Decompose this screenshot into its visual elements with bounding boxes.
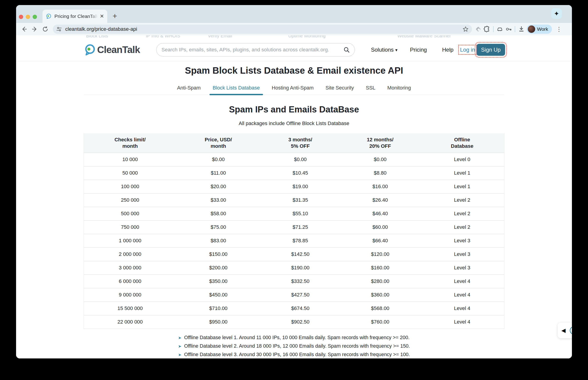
table-row: 500 000$58.00$55.10$46.40Level 2 — [84, 207, 504, 220]
ghost-nav-item: Uptime Monitoring — [288, 35, 325, 38]
nav-pricing[interactable]: Pricing — [410, 47, 427, 53]
table-row: 15 500 000$710.00$674.50$568.00Level 4 — [84, 302, 504, 315]
url-text[interactable]: cleantalk.org/price-database-api — [65, 26, 462, 32]
window-controls[interactable] — [19, 15, 37, 19]
chevron-down-icon: ▼ — [395, 48, 398, 52]
browser-tab[interactable]: Pricing for CleanTalk Spam Blo ✕ — [42, 10, 107, 23]
browser-menu-icon[interactable]: ⋮ — [554, 26, 564, 33]
cookie-consent-widget[interactable]: ◀ — [558, 323, 572, 338]
bookmark-star-icon[interactable] — [462, 26, 469, 32]
download-icon[interactable] — [518, 26, 525, 33]
tab-block-lists-database[interactable]: Block Lists Database — [213, 85, 260, 95]
extension-badge-icon[interactable] — [475, 26, 482, 33]
tab-monitoring[interactable]: Monitoring — [387, 85, 411, 95]
column-header: 12 months/20% OFF — [340, 136, 420, 149]
table-row: 22 000 000$950.00$902.50$760.00Level 4 — [84, 315, 504, 329]
tab-title: Pricing for CleanTalk Spam Blo — [54, 14, 99, 19]
collapse-left-icon[interactable]: ◀ — [561, 328, 566, 333]
address-bar[interactable]: cleantalk.org/price-database-api — [53, 25, 472, 34]
table-row: 2 000 000$150.00$142.50$120.00Level 3 — [84, 247, 504, 261]
avatar — [528, 25, 535, 33]
table-header-row: Checks limit/month Price, USD/month 3 mo… — [84, 133, 504, 152]
nav-help[interactable]: Help — [442, 47, 453, 53]
tab-ssl[interactable]: SSL — [366, 85, 376, 95]
section-subtitle: All packages include Offline Block Lists… — [16, 120, 572, 126]
profile-chip[interactable]: Work — [527, 25, 552, 34]
pricing-table: Checks limit/month Price, USD/month 3 mo… — [84, 133, 504, 329]
toolbar-divider — [493, 26, 494, 32]
footnote-item: ➤Offline Database level 3. Around 30 000… — [178, 352, 410, 358]
car-extension-icon[interactable] — [496, 26, 503, 33]
back-icon[interactable] — [19, 26, 29, 32]
profile-label: Work — [537, 26, 548, 32]
close-window-button[interactable] — [19, 15, 23, 19]
extensions-puzzle-icon[interactable] — [484, 26, 490, 33]
new-tab-button[interactable]: + — [113, 12, 117, 20]
footnote-item: ➤Offline Database level 1. Around 11 000… — [178, 335, 410, 341]
table-row: 3 000 000$200.00$190.00$160.00Level 3 — [84, 261, 504, 274]
section-title: Spam IPs and Emails DataBase — [16, 105, 572, 114]
footnote-item: ➤Offline Database level 2. Around 18 000… — [178, 343, 410, 349]
column-header: OfflineDatabase — [420, 136, 504, 149]
login-link[interactable]: Log in — [460, 47, 475, 53]
arrow-bullet-icon: ➤ — [178, 336, 181, 340]
signup-button[interactable]: Sign Up — [477, 44, 505, 56]
table-row: 1 000 000$83.00$78.85$66.40Level 3 — [84, 234, 504, 247]
ghost-nav-item: Website Malware Scanner — [397, 35, 451, 38]
table-row: 9 000 000$450.00$427.50$360.00Level 4 — [84, 288, 504, 302]
ghost-nav-item: IP Info & WHOIS — [146, 35, 180, 38]
arrow-bullet-icon: ➤ — [178, 344, 181, 349]
ghost-nav-item: Verify Email — [208, 35, 232, 38]
column-header: 3 months/5% OFF — [261, 136, 340, 149]
web-page: Block Lists IP Info & WHOIS Verify Email… — [16, 35, 572, 359]
forward-icon[interactable] — [29, 26, 40, 32]
site-info-icon[interactable] — [56, 26, 62, 32]
page-title: Spam Block Lists Database & Email existe… — [16, 65, 572, 76]
table-row: 250 000$33.00$31.35$26.40Level 2 — [84, 193, 504, 207]
clipped-secondary-nav: Block Lists IP Info & WHOIS Verify Email… — [16, 35, 572, 39]
ghost-nav-item: Block Lists — [86, 35, 108, 38]
cleantalk-favicon-icon — [46, 13, 52, 19]
main-content: Spam Block Lists Database & Email existe… — [16, 61, 572, 359]
table-row: 50 000$11.00$10.45$8.80Level 1 — [84, 166, 504, 180]
cookie-icon[interactable] — [569, 326, 572, 335]
password-key-icon[interactable] — [505, 26, 512, 33]
sparkle-icon[interactable]: ✦ — [551, 8, 562, 19]
zoom-window-button[interactable] — [33, 15, 37, 19]
table-row: 10 000$0.00$0.00$0.00Level 0 — [84, 152, 504, 166]
tab-anti-spam[interactable]: Anti-Spam — [177, 85, 201, 95]
reload-icon[interactable] — [40, 26, 51, 32]
tab-site-security[interactable]: Site Security — [325, 85, 354, 95]
browser-toolbar: cleantalk.org/price-database-api — [16, 23, 572, 35]
column-header: Price, USD/month — [176, 136, 261, 149]
minimize-window-button[interactable] — [26, 15, 30, 19]
table-row: 750 000$75.00$71.25$60.00Level 2 — [84, 220, 504, 234]
footnotes: ➤Offline Database level 1. Around 11 000… — [178, 335, 410, 359]
table-row: 100 000$20.00$19.00$16.00Level 1 — [84, 180, 504, 193]
browser-tab-strip: Pricing for CleanTalk Spam Blo ✕ + ✦ — [16, 5, 572, 23]
table-row: 6 000 000$350.00$332.50$280.00Level 4 — [84, 274, 504, 288]
header-nav: Solutions▼ Pricing Help Log in Sign Up — [16, 39, 572, 61]
tab-hosting-anti-spam[interactable]: Hosting Anti-Spam — [272, 85, 314, 95]
toolbar-divider — [515, 26, 515, 32]
pricing-tabs: Anti-Spam Block Lists Database Hosting A… — [84, 85, 504, 95]
site-header: CleanTalk Solutions▼ Pricing Help Log in… — [16, 39, 572, 61]
tab-close-icon[interactable]: ✕ — [100, 13, 104, 19]
nav-solutions[interactable]: Solutions▼ — [371, 47, 398, 53]
browser-window: Pricing for CleanTalk Spam Blo ✕ + ✦ cle… — [16, 5, 572, 359]
column-header: Checks limit/month — [84, 136, 176, 149]
arrow-bullet-icon: ➤ — [178, 352, 181, 357]
toolbar-extensions-area: Work ⋮ — [475, 25, 564, 34]
